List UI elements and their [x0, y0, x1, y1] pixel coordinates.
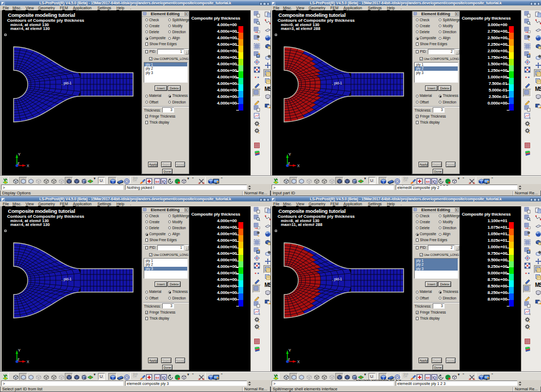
svg-text:Y: Y: [288, 348, 291, 352]
svg-text:Z: Z: [288, 358, 290, 361]
svg-text:Z: Z: [288, 162, 290, 165]
svg-text:Y: Y: [18, 152, 21, 156]
svg-text:Z: Z: [17, 358, 20, 361]
svg-text:Y: Y: [18, 348, 21, 352]
svg-text:Z: Z: [17, 162, 20, 165]
svg-text:X: X: [297, 360, 300, 364]
svg-text:X: X: [297, 164, 300, 168]
svg-text:Y: Y: [288, 152, 291, 156]
svg-text:X: X: [27, 164, 29, 168]
svg-text:X: X: [27, 360, 29, 364]
